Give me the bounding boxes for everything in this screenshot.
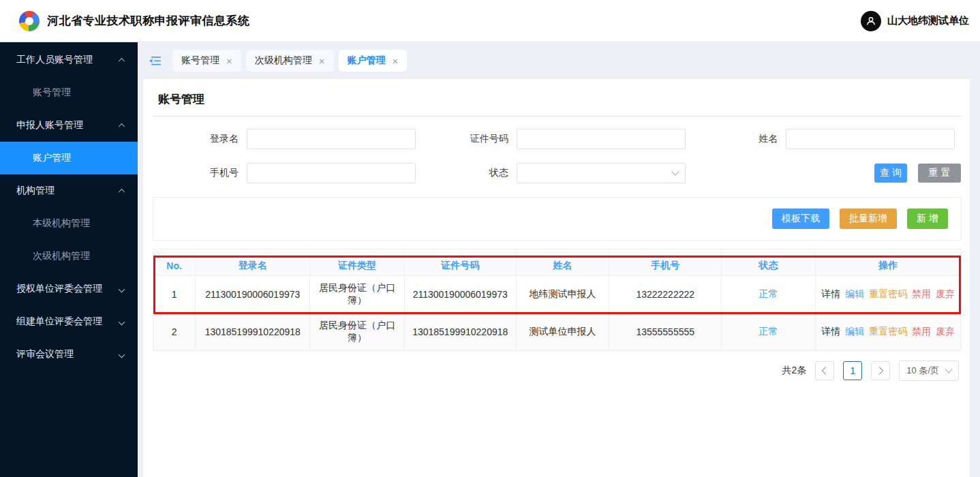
field-phone: 手机号 xyxy=(153,163,423,183)
user-box[interactable]: 山大地纬测试单位 xyxy=(861,11,969,31)
table-spacer-row xyxy=(153,249,962,256)
detail-link[interactable]: 详情 xyxy=(821,288,840,301)
tab-account-management[interactable]: 账号管理 × xyxy=(172,50,241,72)
next-page-button[interactable] xyxy=(871,361,890,380)
discard-link[interactable]: 废弃 xyxy=(936,288,955,301)
page-title: 账号管理 xyxy=(153,86,962,117)
tab-sub-org-management[interactable]: 次级机构管理 × xyxy=(246,50,334,72)
main-area: 账号管理 × 次级机构管理 × 账户管理 × 账号管理 登录名 xyxy=(138,42,980,477)
cell-no: 1 xyxy=(153,276,196,313)
tab-bar: 账号管理 × 次级机构管理 × 账户管理 × xyxy=(138,42,980,79)
close-icon[interactable]: × xyxy=(226,56,232,66)
cell-name: 地纬测试申报人 xyxy=(516,276,609,313)
chevron-down-icon xyxy=(671,168,679,175)
cell-id-number: 211300190006019973 xyxy=(404,276,516,313)
sidebar-group-label: 工作人员账号管理 xyxy=(16,54,93,66)
sidebar-item-local-org[interactable]: 本级机构管理 xyxy=(0,207,138,240)
app-logo-icon xyxy=(19,11,40,31)
tab-label: 次级机构管理 xyxy=(255,55,312,67)
sidebar-group-applicant-account[interactable]: 申报人账号管理 xyxy=(0,109,138,142)
page-size-select[interactable]: 10 条/页 xyxy=(899,360,959,381)
app-header: 河北省专业技术职称申报评审信息系统 山大地纬测试单位 xyxy=(0,0,980,42)
field-label: 手机号 xyxy=(153,167,247,179)
sidebar: 工作人员账号管理 账号管理 申报人账号管理 账户管理 机构管理 本级机构管理 次… xyxy=(0,42,138,477)
chevron-right-icon xyxy=(876,367,883,374)
field-id-number: 证件号码 xyxy=(423,129,692,149)
batch-add-button[interactable]: 批量新增 xyxy=(840,209,897,229)
menu-fold-icon[interactable] xyxy=(149,56,162,66)
reset-button[interactable]: 重 置 xyxy=(918,164,961,183)
cell-id-type: 居民身份证（户口簿） xyxy=(310,276,404,313)
add-button[interactable]: 新 增 xyxy=(907,209,948,229)
reset-password-link[interactable]: 重置密码 xyxy=(869,326,907,338)
close-icon[interactable]: × xyxy=(319,56,325,66)
pagination-total: 共2条 xyxy=(782,365,807,377)
sidebar-group-staff-account[interactable]: 工作人员账号管理 xyxy=(0,44,138,76)
cell-id-number: 130185199910220918 xyxy=(404,313,516,351)
edit-link[interactable]: 编辑 xyxy=(845,326,864,338)
field-label: 登录名 xyxy=(153,133,247,145)
sidebar-group-label: 机构管理 xyxy=(16,185,55,197)
template-download-button[interactable]: 模板下载 xyxy=(772,209,829,229)
page-size-value: 10 条/页 xyxy=(906,365,939,377)
cell-operations: 详情 编辑 重置密码 禁用 废弃 xyxy=(815,276,961,313)
col-status: 状态 xyxy=(722,256,815,276)
sidebar-item-account-mgmt-active[interactable]: 账户管理 xyxy=(0,142,138,174)
user-avatar-icon[interactable] xyxy=(861,11,881,31)
sidebar-item-label: 账户管理 xyxy=(33,152,71,164)
phone-input[interactable] xyxy=(247,163,416,183)
name-input[interactable] xyxy=(786,129,955,149)
cell-operations: 详情 编辑 重置密码 禁用 废弃 xyxy=(815,313,961,351)
search-form: 登录名 证件号码 姓名 手机号 状态 xyxy=(153,129,962,183)
discard-link[interactable]: 废弃 xyxy=(936,326,955,338)
brand: 河北省专业技术职称申报评审信息系统 xyxy=(19,11,250,31)
sidebar-item-label: 本级机构管理 xyxy=(33,217,90,230)
prev-page-button[interactable] xyxy=(815,361,834,380)
field-status: 状态 xyxy=(423,163,692,183)
field-login-name: 登录名 xyxy=(153,129,423,149)
field-name: 姓名 xyxy=(692,129,962,149)
login-name-input[interactable] xyxy=(247,129,416,149)
toolbar: 模板下载 批量新增 新 增 xyxy=(153,197,962,241)
chevron-down-icon xyxy=(119,351,125,358)
app-title: 河北省专业技术职称申报评审信息系统 xyxy=(47,13,250,29)
close-icon[interactable]: × xyxy=(393,56,399,66)
cell-login-name: 130185199910220918 xyxy=(196,313,310,351)
reset-password-link[interactable]: 重置密码 xyxy=(869,288,907,301)
sidebar-group-formed-committee[interactable]: 组建单位评委会管理 xyxy=(0,305,138,338)
cell-id-type: 居民身份证（户口簿） xyxy=(310,313,404,351)
cell-phone: 13222222222 xyxy=(609,276,722,313)
disable-link[interactable]: 禁用 xyxy=(912,326,931,338)
status-badge: 正常 xyxy=(722,313,815,351)
field-label: 状态 xyxy=(423,167,517,179)
accounts-table: No. 登录名 证件类型 证件号码 姓名 手机号 状态 操作 1 xyxy=(153,249,962,351)
sidebar-item-sub-org[interactable]: 次级机构管理 xyxy=(0,240,138,273)
chevron-left-icon xyxy=(822,367,829,374)
chevron-up-icon xyxy=(119,188,125,195)
sidebar-group-authorized-committee[interactable]: 授权单位评委会管理 xyxy=(0,273,138,305)
status-select[interactable] xyxy=(517,163,686,183)
disable-link[interactable]: 禁用 xyxy=(912,288,931,301)
sidebar-group-label: 组建单位评委会管理 xyxy=(16,316,102,328)
query-button[interactable]: 查 询 xyxy=(874,164,907,183)
col-login-name: 登录名 xyxy=(196,256,310,276)
sidebar-group-label: 申报人账号管理 xyxy=(16,119,83,132)
id-number-input[interactable] xyxy=(517,129,686,149)
col-operations: 操作 xyxy=(815,256,961,276)
sidebar-group-review-meeting[interactable]: 评审会议管理 xyxy=(0,338,138,371)
edit-link[interactable]: 编辑 xyxy=(845,288,864,301)
cell-name: 测试单位申报人 xyxy=(516,313,609,351)
user-name: 山大地纬测试单位 xyxy=(887,14,969,27)
cell-login-name: 211300190006019973 xyxy=(196,276,310,313)
sidebar-group-org-management[interactable]: 机构管理 xyxy=(0,174,138,207)
sidebar-group-label: 评审会议管理 xyxy=(16,348,74,360)
chevron-up-icon xyxy=(119,57,125,64)
col-phone: 手机号 xyxy=(609,256,722,276)
page-number-button[interactable]: 1 xyxy=(843,361,862,380)
sidebar-item-account-management[interactable]: 账号管理 xyxy=(0,76,138,109)
pagination: 共2条 1 10 条/页 xyxy=(153,360,962,381)
tab-account-mgmt-active[interactable]: 账户管理 × xyxy=(339,50,408,72)
table-row: 2 130185199910220918 居民身份证（户口簿） 13018519… xyxy=(153,313,962,351)
detail-link[interactable]: 详情 xyxy=(821,326,840,338)
tab-label: 账户管理 xyxy=(348,55,386,67)
